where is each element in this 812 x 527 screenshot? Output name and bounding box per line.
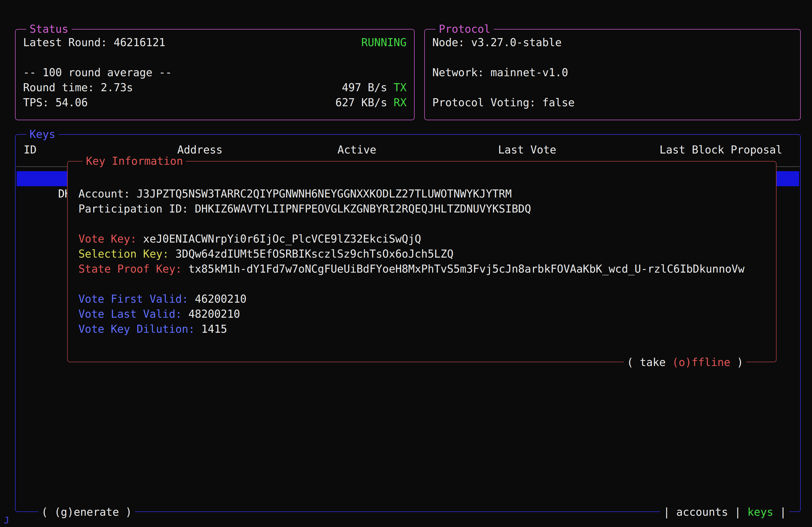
latest-round-text: Latest Round: 46216121 <box>23 35 165 50</box>
tab-separator: | <box>773 506 786 518</box>
blank-row <box>23 50 407 65</box>
tps-row: TPS: 54.06 627 KB/s RX <box>23 95 407 110</box>
state-proof-key-value: tx85kM1h-dY1Fd7w7oNCgFUeUiBdFYoeH8MxPhTv… <box>188 263 744 275</box>
account-row: Account: J3JPZTQ5NSW3TARRC2QIYPGNWNH6NEY… <box>78 186 765 201</box>
terminal-screen: Status Latest Round: 46216121 RUNNING --… <box>0 0 812 527</box>
tab-separator: | <box>663 506 676 518</box>
vote-first-valid-value: 46200210 <box>195 293 246 305</box>
protocol-panel-title: Protocol <box>436 21 494 36</box>
column-header-last-vote: Last Vote <box>498 142 556 157</box>
view-tab-bar: | accounts | keys | <box>660 505 789 520</box>
vote-key-row: Vote Key: xeJ0ENIACWNrpYi0r6IjOc_PlcVCE9… <box>78 231 765 246</box>
protocol-voting-row: Protocol Voting: false <box>432 95 793 110</box>
protocol-voting-text: Protocol Voting: false <box>432 95 575 110</box>
latest-round-value: 46216121 <box>114 36 165 48</box>
vote-key-value: xeJ0ENIACWNrpYi0r6IjOc_PlcVCE9lZ32EkciSw… <box>143 232 421 245</box>
node-version-row: Node: v3.27.0-stable <box>432 35 793 50</box>
round-time-label: Round time: <box>23 81 101 94</box>
node-version-label: Node: <box>432 36 471 48</box>
latest-round-label: Latest Round: <box>23 36 114 48</box>
participation-id-value: DHKIZ6WAVTYLIIPNFPEOVGLKZGNBYRI2RQEQJHLT… <box>195 202 531 215</box>
key-information-content: Account: J3JPZTQ5NSW3TARRC2QIYPGNWNH6NEY… <box>68 162 776 336</box>
tx-label: TX <box>394 81 407 94</box>
vote-last-valid-value: 48200210 <box>188 308 240 320</box>
round-time-row: Round time: 2.73s 497 B/s TX <box>23 80 407 95</box>
key-information-title: Key Information <box>83 153 186 168</box>
tx-rate-value: 497 B/s <box>342 81 394 94</box>
selection-key-row: Selection Key: 3DQw64zdIUMt5EfOSRBIKsczl… <box>78 246 765 261</box>
account-value: J3JPZTQ5NSW3TARRC2QIYPGNWNH6NEYGGNXXKODL… <box>137 187 512 200</box>
network-row: Network: mainnet-v1.0 <box>432 65 793 80</box>
participation-id-row: Participation ID: DHKIZ6WAVTYLIIPNFPEOVG… <box>78 201 765 216</box>
status-panel: Status Latest Round: 46216121 RUNNING --… <box>15 29 415 120</box>
state-proof-key-row: State Proof Key: tx85kM1h-dY1Fd7w7oNCgFU… <box>78 261 765 276</box>
blank-row <box>78 276 765 291</box>
tps-label: TPS: <box>23 96 55 109</box>
key-information-modal: Key Information Account: J3JPZTQ5NSW3TAR… <box>67 161 777 362</box>
take-offline-post: ) <box>730 356 743 368</box>
tab-keys[interactable]: keys <box>748 506 773 518</box>
node-version-text: Node: v3.27.0-stable <box>432 35 562 50</box>
blank-row <box>432 80 793 95</box>
participation-id-label: Participation ID: <box>78 202 195 215</box>
node-version-value: v3.27.0-stable <box>471 36 562 48</box>
status-panel-title: Status <box>26 21 72 36</box>
latest-round-row: Latest Round: 46216121 RUNNING <box>23 35 407 50</box>
protocol-panel: Protocol Node: v3.27.0-stable Network: m… <box>424 29 801 120</box>
round-average-header: -- 100 round average -- <box>23 65 172 80</box>
selection-key-value: 3DQw64zdIUMt5EfOSRBIKsczlSz9chTsOx6oJch5… <box>175 248 453 260</box>
vote-last-valid-label: Vote Last Valid: <box>78 308 188 320</box>
account-label: Account: <box>78 187 137 200</box>
blank-row <box>432 50 793 65</box>
take-offline-hotkey: (o)ffline <box>672 356 730 368</box>
round-time-value: 2.73s <box>101 81 133 94</box>
rx-rate-text: 627 KB/s RX <box>335 95 407 110</box>
keys-panel-title: Keys <box>26 127 59 142</box>
protocol-rows: Node: v3.27.0-stable Network: mainnet-v1… <box>425 30 800 110</box>
selection-key-label: Selection Key: <box>78 248 175 260</box>
blank-row <box>78 216 765 231</box>
take-offline-button[interactable]: ( take (o)ffline ) <box>624 355 747 370</box>
tx-rate-text: 497 B/s TX <box>342 80 407 95</box>
vote-key-dilution-row: Vote Key Dilution: 1415 <box>78 321 765 336</box>
protocol-voting-value: false <box>542 96 574 109</box>
column-header-last-block-proposal: Last Block Proposal <box>659 142 782 157</box>
status-rows: Latest Round: 46216121 RUNNING -- 100 ro… <box>16 30 414 110</box>
vote-key-dilution-label: Vote Key Dilution: <box>78 323 201 335</box>
column-header-active: Active <box>337 142 376 157</box>
node-state-badge: RUNNING <box>361 35 407 50</box>
state-proof-key-label: State Proof Key: <box>78 263 188 275</box>
tab-separator: | <box>728 506 747 518</box>
network-value: mainnet-v1.0 <box>491 66 568 79</box>
vote-key-label: Vote Key: <box>78 232 143 245</box>
vote-last-valid-row: Vote Last Valid: 48200210 <box>78 306 765 321</box>
stray-character: J <box>4 516 9 525</box>
rx-rate-value: 627 KB/s <box>335 96 394 109</box>
vote-first-valid-label: Vote First Valid: <box>78 293 195 305</box>
round-time-text: Round time: 2.73s <box>23 80 133 95</box>
network-text: Network: mainnet-v1.0 <box>432 65 568 80</box>
column-header-id: ID <box>24 142 37 157</box>
tab-accounts[interactable]: accounts <box>677 506 728 518</box>
vote-first-valid-row: Vote First Valid: 46200210 <box>78 291 765 306</box>
take-offline-pre: ( take <box>627 356 672 368</box>
round-average-row: -- 100 round average -- <box>23 65 407 80</box>
tps-value: 54.06 <box>55 96 88 109</box>
rx-label: RX <box>394 96 407 109</box>
network-label: Network: <box>432 66 491 79</box>
protocol-voting-label: Protocol Voting: <box>432 96 542 109</box>
generate-button[interactable]: ( (g)enerate ) <box>38 505 135 520</box>
vote-key-dilution-value: 1415 <box>201 323 227 335</box>
tps-text: TPS: 54.06 <box>23 95 88 110</box>
